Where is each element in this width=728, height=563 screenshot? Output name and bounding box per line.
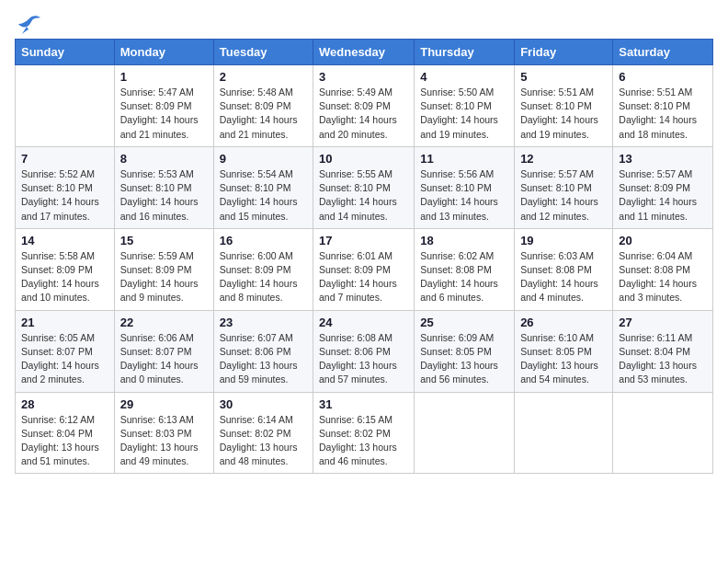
day-number: 21 <box>21 316 108 329</box>
day-info: Sunrise: 6:12 AM Sunset: 8:04 PM Dayligh… <box>21 413 108 469</box>
day-info: Sunrise: 5:51 AM Sunset: 8:10 PM Dayligh… <box>619 86 707 142</box>
day-number: 16 <box>220 234 307 247</box>
calendar-cell: 11Sunrise: 5:56 AM Sunset: 8:10 PM Dayli… <box>415 146 515 228</box>
weekday-header-sunday: Sunday <box>16 40 115 65</box>
weekday-header-tuesday: Tuesday <box>213 40 313 65</box>
page: SundayMondayTuesdayWednesdayThursdayFrid… <box>0 0 728 488</box>
calendar-week-4: 21Sunrise: 6:05 AM Sunset: 8:07 PM Dayli… <box>16 310 713 392</box>
day-info: Sunrise: 5:54 AM Sunset: 8:10 PM Dayligh… <box>220 167 307 224</box>
calendar-cell: 10Sunrise: 5:55 AM Sunset: 8:10 PM Dayli… <box>313 146 415 228</box>
day-info: Sunrise: 6:02 AM Sunset: 8:08 PM Dayligh… <box>420 249 508 305</box>
calendar-cell <box>515 392 613 474</box>
day-info: Sunrise: 6:14 AM Sunset: 8:02 PM Dayligh… <box>220 413 307 469</box>
day-info: Sunrise: 5:48 AM Sunset: 8:09 PM Dayligh… <box>220 86 307 142</box>
calendar-cell: 15Sunrise: 5:59 AM Sunset: 8:09 PM Dayli… <box>114 228 213 310</box>
logo <box>15 15 41 31</box>
calendar-cell: 1Sunrise: 5:47 AM Sunset: 8:09 PM Daylig… <box>114 65 213 147</box>
calendar-cell: 19Sunrise: 6:03 AM Sunset: 8:08 PM Dayli… <box>515 228 613 310</box>
day-number: 31 <box>319 397 408 411</box>
calendar-cell: 2Sunrise: 5:48 AM Sunset: 8:09 PM Daylig… <box>213 65 313 147</box>
calendar-cell: 21Sunrise: 6:05 AM Sunset: 8:07 PM Dayli… <box>16 310 115 392</box>
calendar-week-3: 14Sunrise: 5:58 AM Sunset: 8:09 PM Dayli… <box>16 228 713 310</box>
calendar-cell: 17Sunrise: 6:01 AM Sunset: 8:09 PM Dayli… <box>313 228 415 310</box>
calendar-week-1: 1Sunrise: 5:47 AM Sunset: 8:09 PM Daylig… <box>16 65 713 147</box>
calendar-cell: 8Sunrise: 5:53 AM Sunset: 8:10 PM Daylig… <box>114 146 213 228</box>
day-number: 25 <box>420 316 508 329</box>
day-info: Sunrise: 6:03 AM Sunset: 8:08 PM Dayligh… <box>520 249 607 305</box>
day-number: 7 <box>21 152 108 166</box>
day-number: 13 <box>619 152 707 166</box>
calendar-week-2: 7Sunrise: 5:52 AM Sunset: 8:10 PM Daylig… <box>16 146 713 228</box>
calendar-cell: 22Sunrise: 6:06 AM Sunset: 8:07 PM Dayli… <box>114 310 213 392</box>
day-info: Sunrise: 6:13 AM Sunset: 8:03 PM Dayligh… <box>120 413 208 469</box>
day-info: Sunrise: 6:08 AM Sunset: 8:06 PM Dayligh… <box>319 331 408 387</box>
day-number: 5 <box>520 70 607 84</box>
calendar-cell <box>16 65 115 147</box>
day-number: 24 <box>319 316 408 329</box>
day-number: 8 <box>120 152 208 166</box>
day-info: Sunrise: 6:15 AM Sunset: 8:02 PM Dayligh… <box>319 413 408 469</box>
day-number: 15 <box>120 234 208 247</box>
day-number: 10 <box>319 152 408 166</box>
day-info: Sunrise: 5:50 AM Sunset: 8:10 PM Dayligh… <box>420 86 508 142</box>
calendar-cell: 27Sunrise: 6:11 AM Sunset: 8:04 PM Dayli… <box>613 310 713 392</box>
day-info: Sunrise: 5:53 AM Sunset: 8:10 PM Dayligh… <box>120 167 208 224</box>
day-info: Sunrise: 6:01 AM Sunset: 8:09 PM Dayligh… <box>319 249 408 305</box>
day-info: Sunrise: 5:57 AM Sunset: 8:10 PM Dayligh… <box>520 167 607 224</box>
calendar-cell: 26Sunrise: 6:10 AM Sunset: 8:05 PM Dayli… <box>515 310 613 392</box>
day-number: 3 <box>319 70 408 84</box>
calendar-cell: 4Sunrise: 5:50 AM Sunset: 8:10 PM Daylig… <box>415 65 515 147</box>
calendar-cell: 12Sunrise: 5:57 AM Sunset: 8:10 PM Dayli… <box>515 146 613 228</box>
day-info: Sunrise: 5:58 AM Sunset: 8:09 PM Dayligh… <box>21 249 108 305</box>
day-number: 23 <box>220 316 307 329</box>
weekday-header-saturday: Saturday <box>613 40 713 65</box>
day-number: 27 <box>619 316 707 329</box>
day-number: 9 <box>220 152 307 166</box>
weekday-header-friday: Friday <box>515 40 613 65</box>
calendar-cell: 6Sunrise: 5:51 AM Sunset: 8:10 PM Daylig… <box>613 65 713 147</box>
day-number: 28 <box>21 397 108 411</box>
day-info: Sunrise: 6:05 AM Sunset: 8:07 PM Dayligh… <box>21 331 108 387</box>
calendar-cell: 28Sunrise: 6:12 AM Sunset: 8:04 PM Dayli… <box>16 392 115 474</box>
day-number: 17 <box>319 234 408 247</box>
day-number: 26 <box>520 316 607 329</box>
weekday-header-monday: Monday <box>114 40 213 65</box>
day-number: 6 <box>619 70 707 84</box>
day-info: Sunrise: 5:55 AM Sunset: 8:10 PM Dayligh… <box>319 167 408 224</box>
calendar-header-row: SundayMondayTuesdayWednesdayThursdayFrid… <box>16 40 713 65</box>
calendar-cell <box>415 392 515 474</box>
day-number: 1 <box>120 70 208 84</box>
calendar-cell: 30Sunrise: 6:14 AM Sunset: 8:02 PM Dayli… <box>213 392 313 474</box>
calendar-cell: 14Sunrise: 5:58 AM Sunset: 8:09 PM Dayli… <box>16 228 115 310</box>
calendar-table: SundayMondayTuesdayWednesdayThursdayFrid… <box>15 39 713 474</box>
day-info: Sunrise: 5:49 AM Sunset: 8:09 PM Dayligh… <box>319 86 408 142</box>
day-info: Sunrise: 6:06 AM Sunset: 8:07 PM Dayligh… <box>120 331 208 387</box>
calendar-cell: 3Sunrise: 5:49 AM Sunset: 8:09 PM Daylig… <box>313 65 415 147</box>
day-number: 20 <box>619 234 707 247</box>
day-number: 29 <box>120 397 208 411</box>
weekday-header-thursday: Thursday <box>415 40 515 65</box>
day-info: Sunrise: 6:09 AM Sunset: 8:05 PM Dayligh… <box>420 331 508 387</box>
day-info: Sunrise: 5:57 AM Sunset: 8:09 PM Dayligh… <box>619 167 707 224</box>
calendar-cell: 31Sunrise: 6:15 AM Sunset: 8:02 PM Dayli… <box>313 392 415 474</box>
day-number: 18 <box>420 234 508 247</box>
calendar-cell: 29Sunrise: 6:13 AM Sunset: 8:03 PM Dayli… <box>114 392 213 474</box>
day-number: 14 <box>21 234 108 247</box>
calendar-cell: 9Sunrise: 5:54 AM Sunset: 8:10 PM Daylig… <box>213 146 313 228</box>
day-info: Sunrise: 6:00 AM Sunset: 8:09 PM Dayligh… <box>220 249 307 305</box>
day-info: Sunrise: 6:04 AM Sunset: 8:08 PM Dayligh… <box>619 249 707 305</box>
day-info: Sunrise: 5:56 AM Sunset: 8:10 PM Dayligh… <box>420 167 508 224</box>
day-number: 11 <box>420 152 508 166</box>
day-number: 12 <box>520 152 607 166</box>
calendar-cell: 7Sunrise: 5:52 AM Sunset: 8:10 PM Daylig… <box>16 146 115 228</box>
day-number: 22 <box>120 316 208 329</box>
calendar-week-5: 28Sunrise: 6:12 AM Sunset: 8:04 PM Dayli… <box>16 392 713 474</box>
calendar-cell: 20Sunrise: 6:04 AM Sunset: 8:08 PM Dayli… <box>613 228 713 310</box>
day-info: Sunrise: 6:10 AM Sunset: 8:05 PM Dayligh… <box>520 331 607 387</box>
day-info: Sunrise: 6:11 AM Sunset: 8:04 PM Dayligh… <box>619 331 707 387</box>
day-number: 2 <box>220 70 307 84</box>
logo-bird-icon <box>17 15 41 35</box>
calendar-cell <box>613 392 713 474</box>
calendar-cell: 16Sunrise: 6:00 AM Sunset: 8:09 PM Dayli… <box>213 228 313 310</box>
calendar-cell: 13Sunrise: 5:57 AM Sunset: 8:09 PM Dayli… <box>613 146 713 228</box>
